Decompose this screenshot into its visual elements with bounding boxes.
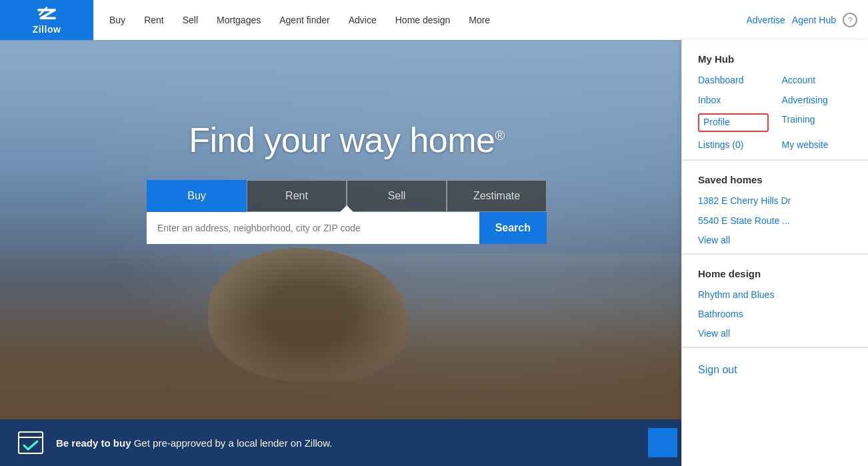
menu-listings[interactable]: Listings (0) [698,139,769,152]
sign-out-section: Sign out [682,348,868,392]
bottom-banner: Be ready to buy Get pre-approved by a lo… [0,419,693,466]
saved-home-2[interactable]: 5540 E State Route ... [698,215,852,228]
search-bar-container: Search [147,212,547,244]
banner-text: Be ready to buy Get pre-approved by a lo… [56,437,332,449]
search-caret [340,205,353,212]
my-hub-section: My Hub Dashboard Account Inbox Advertisi… [682,40,868,160]
tab-sell[interactable]: Sell [347,180,447,212]
tab-buy[interactable]: Buy [147,180,247,212]
nav-sell[interactable]: Sell [173,0,207,40]
menu-profile[interactable]: Profile [698,113,769,132]
advertise-link[interactable]: Advertise [746,15,785,25]
agent-hub-link[interactable]: Agent Hub [792,15,836,25]
svg-rect-0 [19,432,43,453]
saved-homes-title: Saved homes [698,174,852,185]
home-design-title: Home design [698,268,852,279]
tab-rent[interactable]: Rent [247,180,347,212]
main-nav: Buy Rent Sell Mortgages Agent finder Adv… [100,0,746,40]
saved-home-1[interactable]: 1382 E Cherry Hills Dr [698,195,852,208]
banner-action-button[interactable] [648,428,677,457]
menu-training[interactable]: Training [782,113,853,132]
nav-home-design[interactable]: Home design [386,0,460,40]
nav-agent-finder[interactable]: Agent finder [270,0,339,40]
saved-homes-view-all[interactable]: View all [698,235,852,245]
search-bar: Search [147,212,547,244]
menu-inbox[interactable]: Inbox [698,94,769,107]
banner-icon [16,428,45,457]
help-icon[interactable]: ? [843,13,857,27]
search-input[interactable] [147,212,479,244]
header: Zillow Buy Rent Sell Mortgages Agent fin… [0,0,868,40]
header-right: Advertise Agent Hub ? [746,13,868,27]
menu-dashboard[interactable]: Dashboard [698,74,769,87]
zillow-logo[interactable]: Zillow [0,0,93,40]
logo-text: Zillow [33,24,61,35]
nav-advice[interactable]: Advice [339,0,386,40]
my-hub-title: My Hub [698,53,852,65]
hero-content: Find your way home® Buy Rent Sell Zestim… [0,40,693,244]
dropdown-panel: My Hub Dashboard Account Inbox Advertisi… [681,40,868,466]
nav-more[interactable]: More [459,0,499,40]
zillow-logo-icon [35,5,59,24]
nav-mortgages[interactable]: Mortgages [207,0,270,40]
saved-homes-section: Saved homes 1382 E Cherry Hills Dr 5540 … [682,161,868,253]
home-design-item-1[interactable]: Rhythm and Blues [698,289,852,302]
tab-zestimate[interactable]: Zestimate [447,180,547,212]
home-design-section: Home design Rhythm and Blues Bathrooms V… [682,255,868,347]
search-button[interactable]: Search [479,212,547,244]
home-design-view-all[interactable]: View all [698,328,852,339]
my-hub-grid: Dashboard Account Inbox Advertising Prof… [698,74,852,151]
nav-buy[interactable]: Buy [100,0,135,40]
menu-account[interactable]: Account [782,74,853,87]
home-design-item-2[interactable]: Bathrooms [698,308,852,321]
menu-my-website[interactable]: My website [782,139,853,152]
sign-out-link[interactable]: Sign out [698,364,737,375]
menu-advertising[interactable]: Advertising [782,94,853,107]
hero-title: Find your way home® [189,120,504,160]
nav-rent[interactable]: Rent [135,0,173,40]
